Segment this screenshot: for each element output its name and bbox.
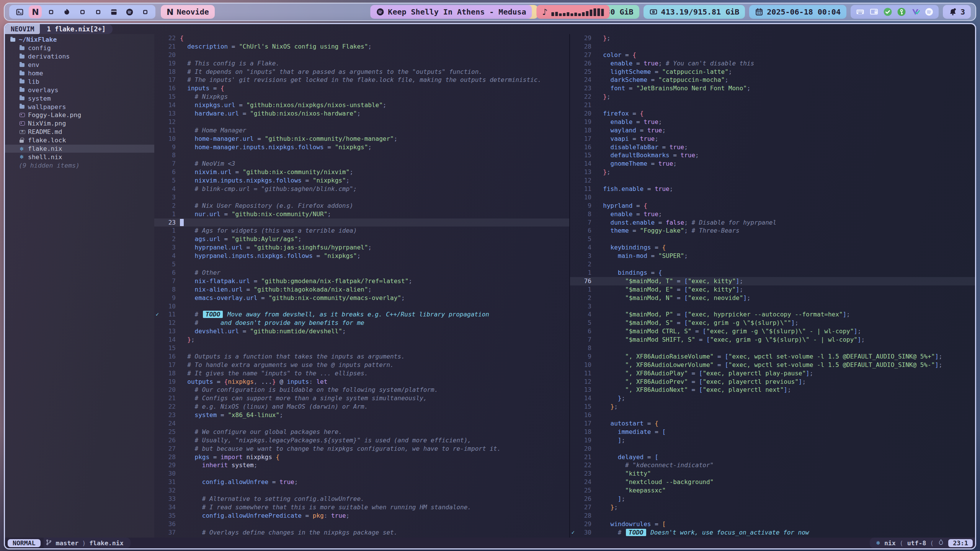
code-line[interactable]: 10 home-manager.url = "github:nix-commun…	[154, 135, 569, 143]
code-line[interactable]: 15	[154, 344, 569, 352]
code-line[interactable]: 25 lightScheme = "catppuccin-latte";	[570, 68, 975, 76]
workspace-firefox[interactable]	[60, 5, 73, 18]
code-line[interactable]: 16 # Outputs is a function that takes th…	[154, 352, 569, 361]
code-line[interactable]: 15 # Nixpkgs	[154, 93, 569, 101]
code-line[interactable]: 22 };	[570, 93, 975, 101]
code-line[interactable]: 25 # We configure our global packages he…	[154, 428, 569, 436]
workspace-terminal[interactable]	[13, 5, 26, 18]
code-line[interactable]: 8 nix-alien.url = "github:thiagokokada/n…	[154, 285, 569, 294]
code-line[interactable]: 19 ];	[570, 436, 975, 445]
tree-item-lib[interactable]: lib	[5, 77, 154, 86]
code-line[interactable]: 28	[570, 512, 975, 520]
code-line[interactable]: 2 "$mainMod, N" = ["exec, neovide"];	[570, 294, 975, 302]
code-line[interactable]: 17 # The inputs' git revisions get locke…	[154, 76, 569, 84]
code-line[interactable]: 7 dunst.enable = false; # Disable for hy…	[570, 218, 975, 227]
code-line[interactable]: 4 "$mainMod, P" = ["exec, hyprpicker --a…	[570, 310, 975, 319]
code-line[interactable]: 22{	[154, 34, 569, 42]
code-line[interactable]: 4 keybindings = {	[570, 243, 975, 252]
code-line[interactable]: 5	[154, 260, 569, 269]
code-line[interactable]: 26 # Usually, "nixpkgs.legacyPackages.${…	[154, 436, 569, 445]
keyboard-icon[interactable]	[856, 7, 865, 16]
code-line[interactable]: 28 pkgs = import nixpkgs {	[154, 453, 569, 461]
code-line[interactable]: 6 # Other	[154, 269, 569, 277]
code-line[interactable]: 14 };	[570, 394, 975, 403]
workspace-empty[interactable]	[76, 5, 89, 18]
code-line[interactable]: 20	[570, 445, 975, 453]
code-line[interactable]: 23 font = "JetBrainsMono Nerd Font Mono"…	[570, 84, 975, 93]
workspace-spotify[interactable]	[123, 5, 136, 18]
tree-item-wallpapers[interactable]: wallpapers	[5, 103, 154, 111]
code-line[interactable]: 16	[570, 411, 975, 419]
code-line[interactable]: 2 # Nix User Repository (e.g. Firefox ad…	[154, 202, 569, 210]
buffer-tab[interactable]: 1 flake.nix[2+]	[40, 24, 113, 34]
code-line[interactable]: 3	[570, 302, 975, 311]
code-line[interactable]: 12 ", XF86AudioPrev" = ["exec, playerctl…	[570, 378, 975, 386]
code-line[interactable]: 19 enable = true;	[570, 118, 975, 126]
code-line[interactable]: 9 hyprland = {	[570, 202, 975, 210]
code-line[interactable]: 12	[154, 118, 569, 126]
code-line[interactable]: 18 # It depends on "inputs" that are pas…	[154, 68, 569, 76]
code-line[interactable]: 3 hyprpanel.url = "github:jas-singhfsu/h…	[154, 243, 569, 252]
code-line[interactable]: 16 disableTabBar = true;	[570, 143, 975, 152]
code-line[interactable]: 28	[570, 42, 975, 51]
code-line[interactable]: 13 ", XF86AudioNext" = ["exec, playerctl…	[570, 386, 975, 394]
code-line[interactable]: 29 inherit system;	[154, 461, 569, 469]
tree-item-env[interactable]: env	[5, 61, 154, 69]
code-line[interactable]: 1 # Ags for widgets (this was a terrible…	[154, 227, 569, 235]
code-line[interactable]: 21	[570, 101, 975, 109]
code-line[interactable]: 7 nix-flatpak.url = "github:gmodena/nix-…	[154, 277, 569, 285]
code-line[interactable]: 29 };	[570, 34, 975, 42]
code-line[interactable]: 5 "$mainMod, S" = ["exec, grim -g \"$(sl…	[570, 319, 975, 327]
editor-pane-right[interactable]: 29 };2827 color = {26 enable = true; # Y…	[570, 34, 975, 538]
code-line[interactable]: 37 # Overlays define changes in the nixp…	[154, 528, 569, 537]
code-line[interactable]: 30	[154, 469, 569, 478]
code-line[interactable]: 12	[570, 176, 975, 185]
tree-item-overlays[interactable]: overlays	[5, 86, 154, 94]
code-line[interactable]: 34 # I read somewhere that this is more …	[154, 503, 569, 512]
code-line[interactable]: 2	[570, 260, 975, 269]
code-line[interactable]: 13 hardware.url = "github:nixos/nixos-ha…	[154, 109, 569, 118]
code-line[interactable]: 20 firefox = {	[570, 109, 975, 118]
tree-item-readme.md[interactable]: MREADME.md	[5, 128, 154, 136]
code-line[interactable]: 15 defaultBookmarks = true;	[570, 151, 975, 160]
code-line[interactable]: 24	[154, 419, 569, 428]
code-line[interactable]: 26 enable = true; # You can't disable th…	[570, 59, 975, 68]
code-line[interactable]: 11 ", XF86AudioPlay" = ["exec, playerctl…	[570, 369, 975, 378]
tree-item-flake.lock[interactable]: flake.lock	[5, 136, 154, 145]
code-line[interactable]: 7 "$mainMod SHIFT, S" = ["exec, grim -g …	[570, 336, 975, 344]
notifications-module[interactable]: 3	[943, 5, 971, 19]
code-line[interactable]: 21 # Configs can support more than a sin…	[154, 394, 569, 403]
clock-module[interactable]: 2025-06-18 00:04	[749, 5, 846, 19]
code-line[interactable]: 2 ags.url = "github:Aylur/ags";	[154, 235, 569, 243]
code-line[interactable]: 25 "keepassxc"	[570, 486, 975, 495]
code-line[interactable]: 16 inputs = {	[154, 84, 569, 93]
code-line[interactable]: 10	[570, 193, 975, 202]
workspace-empty[interactable]	[44, 5, 57, 18]
code-line-current[interactable]: 76 "$mainMod, T" = ["exec, kitty"];	[570, 277, 975, 285]
code-line[interactable]: ✓11 # TODO Move away from devshell, as i…	[154, 310, 569, 319]
code-line[interactable]: 33 # Alternative to setting config.allow…	[154, 495, 569, 503]
code-line[interactable]: 10 ", XF86AudioLowerVolume" = ["exec, wp…	[570, 361, 975, 369]
code-line[interactable]: 4 # blink-cmp.url = "github:saghen/blink…	[154, 185, 569, 193]
code-line[interactable]: ✓30 # TODO Doesn't work, use focus_on_ac…	[570, 528, 975, 537]
tree-item-config[interactable]: config	[5, 44, 154, 52]
tree-item-nixvim.png[interactable]: NixVim.png	[5, 119, 154, 128]
code-line[interactable]: 3	[154, 193, 569, 202]
code-line[interactable]: 8	[570, 344, 975, 352]
code-line[interactable]: 5 nixvim.inputs.nixpkgs.follows = "nixpk…	[154, 176, 569, 185]
code-line[interactable]: 1 "$mainMod, E" = ["exec, kitty"];	[570, 285, 975, 294]
code-line[interactable]: 10	[154, 302, 569, 311]
code-line[interactable]: 17 autostart = {	[570, 419, 975, 428]
tree-item-home[interactable]: home	[5, 69, 154, 78]
tree-item-system[interactable]: system	[5, 94, 154, 103]
code-line[interactable]: 26 ];	[570, 495, 975, 503]
code-line[interactable]: 29 windowrules = [	[570, 520, 975, 528]
code-line[interactable]: 35 config.allowUnfreePredicate = pkg: tr…	[154, 512, 569, 520]
code-line[interactable]: 6 theme = "Foggy-Lake"; # Three-Bears	[570, 227, 975, 235]
tree-item-flake.nix[interactable]: ❄flake.nix	[5, 145, 154, 153]
code-line[interactable]: 22 # "kdeconnect-indicator"	[570, 461, 975, 469]
key-icon[interactable]	[897, 7, 906, 16]
editor-pane-left[interactable]: 22{21 description = "ChUrl's NixOS confi…	[154, 34, 569, 538]
code-line[interactable]: 17 # To handle extra arguments we use th…	[154, 361, 569, 369]
tree-item-derivations[interactable]: derivations	[5, 52, 154, 61]
